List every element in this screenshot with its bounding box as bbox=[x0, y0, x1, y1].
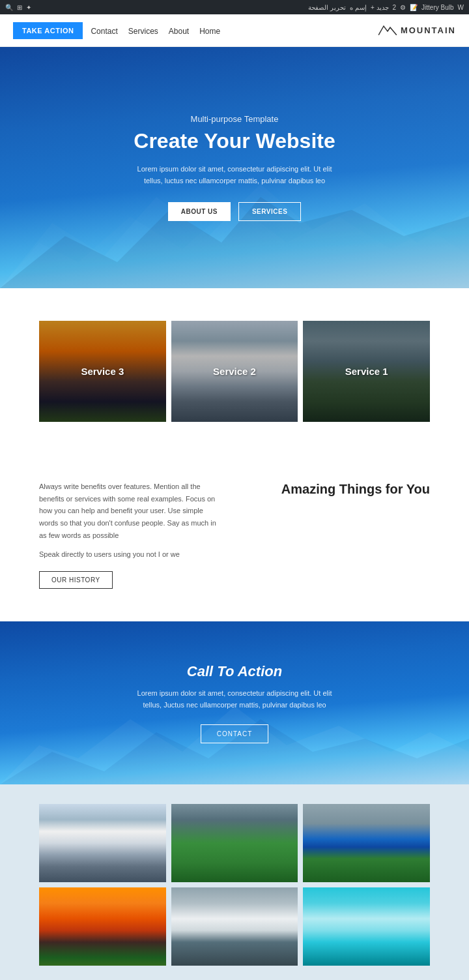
navbar: TAKE ACTION Contact Services About Home … bbox=[0, 14, 469, 47]
service-card-3[interactable]: Service 3 bbox=[39, 321, 166, 422]
our-history-button[interactable]: OUR HISTORY bbox=[39, 571, 113, 589]
nav-services[interactable]: Services bbox=[128, 27, 158, 36]
admin-count[interactable]: 2 bbox=[393, 4, 397, 11]
cta-description: Lorem ipsum dolor sit amet, consectetur … bbox=[130, 688, 339, 711]
service-1-label: Service 1 bbox=[345, 366, 388, 377]
service-card-2[interactable]: Service 2 bbox=[171, 321, 298, 422]
gallery-item-4[interactable] bbox=[39, 887, 166, 966]
service-card-1[interactable]: Service 1 bbox=[303, 321, 430, 422]
hero-content: Multi-purpose Template Create Your Websi… bbox=[117, 101, 352, 234]
about-left: Always write benefits over features. Men… bbox=[39, 481, 221, 589]
take-action-button[interactable]: TAKE ACTION bbox=[13, 22, 83, 39]
hero-buttons: ABOUT US SERVICES bbox=[130, 202, 339, 221]
about-speak-text: Speak directly to users using you not I … bbox=[39, 550, 221, 558]
logo-text: MOUNTAIN bbox=[401, 25, 456, 35]
logo-mountain-icon bbox=[378, 22, 397, 38]
nav-contact[interactable]: Contact bbox=[91, 27, 117, 36]
logo-area: MOUNTAIN bbox=[378, 22, 456, 38]
gallery-item-5[interactable] bbox=[171, 887, 298, 966]
admin-brand: Jittery Bulb bbox=[421, 4, 453, 11]
hero-title: Create Your Website bbox=[130, 129, 339, 153]
gallery-section bbox=[0, 784, 469, 980]
admin-bar-left: 🔍 ⊞ ✦ bbox=[5, 4, 31, 11]
admin-new[interactable]: + جديد bbox=[371, 4, 389, 11]
about-title: Amazing Things for You bbox=[281, 481, 430, 497]
about-body-text: Always write benefits over features. Men… bbox=[39, 481, 221, 541]
admin-bar: 🔍 ⊞ ✦ تحرير الصفحة إسم ه + جديد 2 ⚙ 📝 Ji… bbox=[0, 0, 469, 14]
gallery-item-3[interactable] bbox=[303, 804, 430, 882]
contact-button[interactable]: CONTACT bbox=[201, 724, 269, 743]
about-section: Always write benefits over features. Men… bbox=[0, 454, 469, 621]
service-1-overlay: Service 1 bbox=[303, 321, 430, 422]
services-grid: Service 3 Service 2 Service 1 bbox=[39, 321, 430, 422]
nav-home[interactable]: Home bbox=[199, 27, 220, 36]
services-button[interactable]: SERVICES bbox=[238, 202, 301, 221]
services-section: Service 3 Service 2 Service 1 bbox=[0, 288, 469, 454]
hero-subtitle: Multi-purpose Template bbox=[130, 114, 339, 124]
nav-links: Contact Services About Home bbox=[91, 25, 220, 37]
admin-settings-icon[interactable]: ⚙ bbox=[400, 4, 406, 11]
service-3-overlay: Service 3 bbox=[39, 321, 166, 422]
gallery-item-2[interactable] bbox=[171, 804, 298, 882]
nav-left: TAKE ACTION Contact Services About Home bbox=[13, 22, 220, 39]
hero-description: Lorem ipsum dolor sit amet, consectetur … bbox=[130, 164, 339, 186]
admin-grid-icon[interactable]: ⊞ bbox=[17, 4, 22, 11]
about-right: Amazing Things for You bbox=[248, 481, 430, 497]
admin-pencil-icon[interactable]: 📝 bbox=[410, 4, 418, 11]
admin-search-icon[interactable]: 🔍 bbox=[5, 4, 13, 11]
service-2-label: Service 2 bbox=[213, 366, 256, 377]
admin-username[interactable]: إسم ه bbox=[350, 4, 367, 11]
gallery-grid bbox=[39, 804, 430, 966]
admin-star-icon[interactable]: ✦ bbox=[26, 4, 31, 11]
cta-title: Call To Action bbox=[130, 663, 339, 680]
nav-about[interactable]: About bbox=[169, 27, 189, 36]
cta-content: Call To Action Lorem ipsum dolor sit ame… bbox=[130, 663, 339, 743]
gallery-item-6[interactable] bbox=[303, 887, 430, 966]
admin-bar-right: تحرير الصفحة إسم ه + جديد 2 ⚙ 📝 Jittery … bbox=[308, 4, 464, 11]
admin-wp-icon[interactable]: W bbox=[458, 4, 464, 11]
service-3-label: Service 3 bbox=[81, 366, 124, 377]
hero-section: Multi-purpose Template Create Your Websi… bbox=[0, 47, 469, 288]
cta-section: Call To Action Lorem ipsum dolor sit ame… bbox=[0, 621, 469, 784]
admin-edit-page[interactable]: تحرير الصفحة bbox=[308, 4, 346, 11]
gallery-item-1[interactable] bbox=[39, 804, 166, 882]
service-2-overlay: Service 2 bbox=[171, 321, 298, 422]
about-us-button[interactable]: ABOUT US bbox=[168, 202, 231, 221]
